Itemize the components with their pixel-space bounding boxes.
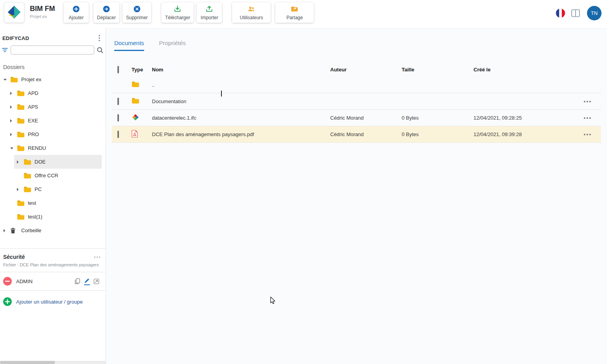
chevron-right-icon[interactable] xyxy=(10,105,17,109)
sidebar-item-test[interactable]: test xyxy=(0,196,106,210)
app-title: BIM FM xyxy=(30,5,55,13)
tree-label: Offre CCR xyxy=(35,173,58,178)
row-checkbox[interactable] xyxy=(117,114,119,122)
sidebar: EDIFYCAD Dossiers Projet ex APD A xyxy=(0,28,106,364)
tree-label: EXE xyxy=(28,118,38,124)
sidebar-item-aps[interactable]: APS xyxy=(0,100,106,114)
documents-table: Type Nom Auteur Taille Créé le .. Docume… xyxy=(112,62,601,143)
chevron-right-icon[interactable] xyxy=(10,119,17,123)
users-button[interactable]: Utilisateurs xyxy=(232,2,271,23)
delete-button[interactable]: Supprimer xyxy=(122,2,151,23)
sidebar-item-apd[interactable]: APD xyxy=(0,86,106,100)
row-name[interactable]: datacenterelec.1.ifc xyxy=(150,115,330,121)
import-button[interactable]: Importer xyxy=(197,2,222,23)
move-circle-icon xyxy=(102,5,110,14)
row-author: Cédric Morand xyxy=(330,115,402,121)
download-icon xyxy=(174,5,181,14)
row-actions-icon[interactable] xyxy=(574,115,601,121)
chevron-down-icon[interactable] xyxy=(3,78,10,81)
copy-icon[interactable] xyxy=(74,278,80,284)
app-logo[interactable] xyxy=(4,2,24,23)
row-checkbox[interactable] xyxy=(117,131,119,138)
remove-user-icon[interactable] xyxy=(3,277,12,286)
add-user-group-button[interactable]: Ajouter un utilisateur / groupe xyxy=(0,291,106,313)
edit-pencil-icon[interactable] xyxy=(84,278,90,285)
tree-label: DOE xyxy=(35,159,46,165)
row-actions-icon[interactable] xyxy=(574,98,601,105)
sidebar-item-pc[interactable]: PC xyxy=(0,182,106,196)
chevron-down-icon[interactable] xyxy=(10,147,17,149)
folder-icon xyxy=(17,214,25,220)
folder-icon xyxy=(10,76,18,83)
add-button[interactable]: Ajouter xyxy=(64,2,89,23)
sidebar-item-pro[interactable]: PRO xyxy=(0,127,106,141)
trash-icon xyxy=(10,228,18,234)
row-size: 0 Bytes xyxy=(402,131,474,137)
table-row-ifc-file[interactable]: datacenterelec.1.ifc Cédric Morand 0 Byt… xyxy=(112,110,601,126)
header-type: Type xyxy=(128,67,150,73)
share-button[interactable]: Partage xyxy=(275,2,314,23)
add-button-label: Ajouter xyxy=(69,15,84,20)
folder-icon xyxy=(17,118,25,124)
table-row-pdf-file[interactable]: DCE Plan des aménagements paysagers.pdf … xyxy=(112,126,601,143)
french-flag-icon[interactable] xyxy=(556,9,565,18)
tab-proprietes[interactable]: Propriétés xyxy=(159,40,186,51)
row-name[interactable]: .. xyxy=(150,82,330,88)
tree-label: APS xyxy=(28,104,38,110)
share-folder-icon xyxy=(291,5,298,14)
chevron-right-icon[interactable] xyxy=(16,187,24,191)
add-circle-icon xyxy=(3,297,12,306)
header-size: Taille xyxy=(402,67,474,73)
search-icon[interactable] xyxy=(97,47,103,53)
main-content: Documents Propriétés Type Nom Auteur Tai… xyxy=(106,28,607,364)
ifc-file-icon xyxy=(132,113,139,122)
tab-documents[interactable]: Documents xyxy=(114,40,144,51)
row-actions-icon[interactable] xyxy=(574,131,601,138)
chevron-right-icon[interactable] xyxy=(3,229,10,233)
columns-layout-icon[interactable] xyxy=(571,9,581,18)
sidebar-item-corbeille[interactable]: Corbeille xyxy=(0,224,106,237)
filter-icon[interactable] xyxy=(2,47,8,53)
user-avatar[interactable]: TN xyxy=(587,6,602,20)
sidebar-item-doe[interactable]: DOE xyxy=(0,155,106,169)
delete-button-label: Supprimer xyxy=(126,15,148,20)
row-created: 12/04/2021, 09:28:25 xyxy=(474,115,574,121)
table-row-documentation[interactable]: Documentation xyxy=(112,93,601,110)
users-button-label: Utilisateurs xyxy=(240,15,263,20)
search-input[interactable] xyxy=(11,46,94,55)
chevron-right-icon[interactable] xyxy=(10,91,17,95)
folder-icon xyxy=(17,145,25,151)
table-row-parent-folder[interactable]: .. xyxy=(112,77,601,93)
scrollbar-thumb[interactable] xyxy=(0,361,55,364)
sidebar-item-exe[interactable]: EXE xyxy=(0,114,106,127)
sidebar-item-projet-ex[interactable]: Projet ex xyxy=(0,73,106,86)
upload-icon xyxy=(205,5,213,14)
header-name: Nom xyxy=(150,67,330,73)
brand-block: BIM FM Projet ex xyxy=(30,5,55,19)
top-toolbar: BIM FM Projet ex Ajouter Déplacer Suppri… xyxy=(0,0,607,28)
security-menu-icon[interactable] xyxy=(94,254,100,260)
chevron-right-icon[interactable] xyxy=(10,133,17,136)
row-name[interactable]: DCE Plan des aménagements paysagers.pdf xyxy=(150,131,330,137)
move-button[interactable]: Déplacer xyxy=(93,2,119,23)
row-checkbox[interactable] xyxy=(117,98,119,105)
download-button[interactable]: Télécharger xyxy=(161,2,194,23)
folder-icon xyxy=(132,81,139,89)
row-name[interactable]: Documentation xyxy=(150,98,330,104)
security-file-info: Fichier : DCE Plan des aménagements pays… xyxy=(0,261,106,272)
export-icon[interactable] xyxy=(93,278,99,284)
pdf-file-icon xyxy=(132,130,138,139)
tree-label: test(1) xyxy=(28,214,42,220)
tree-label: test xyxy=(28,200,36,206)
folder-icon xyxy=(17,200,25,206)
select-all-checkbox[interactable] xyxy=(117,66,119,73)
sidebar-horizontal-scrollbar[interactable] xyxy=(0,361,106,364)
sidebar-item-test1[interactable]: test(1) xyxy=(0,210,106,224)
table-header-row: Type Nom Auteur Taille Créé le xyxy=(112,62,601,77)
project-name: Projet ex xyxy=(30,14,55,19)
chevron-right-icon[interactable] xyxy=(16,160,24,164)
sidebar-menu-kebab-icon[interactable] xyxy=(96,35,102,42)
folder-icon xyxy=(17,90,25,96)
sidebar-item-rendu[interactable]: RENDU xyxy=(0,141,106,155)
sidebar-item-offre-ccr[interactable]: Offre CCR xyxy=(0,169,106,182)
